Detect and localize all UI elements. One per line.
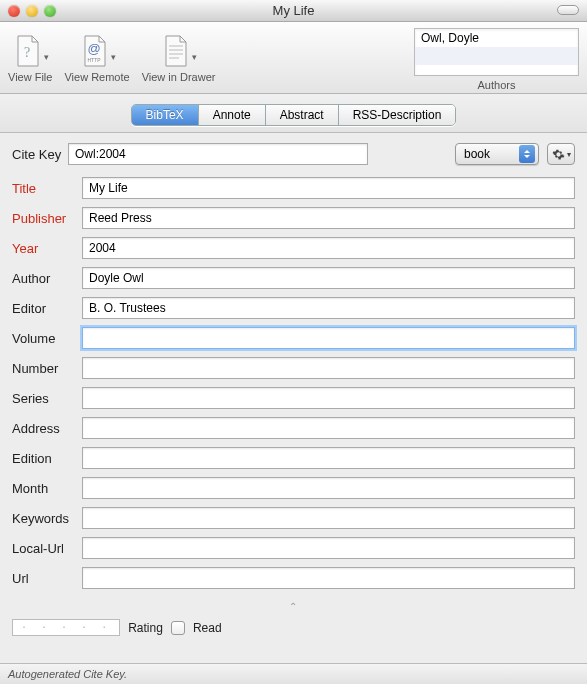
field-label-editor: Editor [12,301,82,316]
toolbar: ? ▾ View File @ HTTP ▾ View Remote [0,22,587,94]
tab-abstract[interactable]: Abstract [266,105,339,125]
field-input-volume[interactable] [82,327,575,349]
view-remote-label: View Remote [64,71,129,83]
field-label-address: Address [12,421,82,436]
field-input-localurl[interactable] [82,537,575,559]
authors-label: Authors [478,79,516,91]
read-checkbox[interactable] [171,621,185,635]
field-input-month[interactable] [82,477,575,499]
field-input-series[interactable] [82,387,575,409]
view-remote-button[interactable]: @ HTTP ▾ View Remote [64,28,129,83]
updown-arrows-icon [519,145,535,163]
field-label-number: Number [12,361,82,376]
field-label-publisher: Publisher [12,211,82,226]
field-input-keywords[interactable] [82,507,575,529]
entry-type-select[interactable]: book [455,143,539,165]
field-label-author: Author [12,271,82,286]
field-label-keywords: Keywords [12,511,82,526]
tab-group: BibTeX Annote Abstract RSS-Description [131,104,457,126]
field-label-volume: Volume [12,331,82,346]
document-lines-icon [160,34,190,68]
field-label-year: Year [12,241,82,256]
rating-control[interactable]: · · · · · [12,619,120,636]
field-label-title: Title [12,181,82,196]
svg-text:HTTP: HTTP [87,57,101,63]
field-label-series: Series [12,391,82,406]
citekey-input[interactable] [68,143,368,165]
svg-text:@: @ [87,41,100,56]
field-input-editor[interactable] [82,297,575,319]
citekey-label: Cite Key [12,147,68,162]
toolbar-toggle-pill[interactable] [557,5,579,15]
view-in-drawer-label: View in Drawer [142,71,216,83]
view-file-label: View File [8,71,52,83]
entry-type-value: book [464,147,490,161]
action-menu-button[interactable]: ▾ [547,143,575,165]
titlebar: My Life [0,0,587,22]
field-input-number[interactable] [82,357,575,379]
field-input-publisher[interactable] [82,207,575,229]
authors-list-row-empty [415,47,578,65]
file-question-icon: ? [12,34,42,68]
field-input-year[interactable] [82,237,575,259]
field-input-edition[interactable] [82,447,575,469]
field-label-edition: Edition [12,451,82,466]
svg-text:?: ? [24,45,30,60]
field-label-localurl: Local-Url [12,541,82,556]
authors-list[interactable]: Owl, Doyle [414,28,579,76]
window-title: My Life [0,3,587,18]
field-label-month: Month [12,481,82,496]
split-gripper[interactable]: ⌃ [0,601,587,615]
status-bar: Autogenerated Cite Key. [0,663,587,684]
view-in-drawer-button[interactable]: ▾ View in Drawer [142,28,216,83]
read-label: Read [193,621,222,635]
field-input-url[interactable] [82,567,575,589]
tab-bibtex[interactable]: BibTeX [132,105,199,125]
citekey-row: Cite Key book ▾ [0,133,587,173]
field-input-author[interactable] [82,267,575,289]
field-label-url: Url [12,571,82,586]
tab-annote[interactable]: Annote [199,105,266,125]
field-input-address[interactable] [82,417,575,439]
gear-icon [552,148,565,161]
tab-rss-description[interactable]: RSS-Description [339,105,456,125]
tab-bar: BibTeX Annote Abstract RSS-Description [0,94,587,133]
authors-panel: Owl, Doyle Authors [414,28,579,91]
field-input-title[interactable] [82,177,575,199]
chevron-down-icon: ▾ [44,52,49,62]
rating-label: Rating [128,621,163,635]
authors-list-row[interactable]: Owl, Doyle [415,29,578,47]
http-at-icon: @ HTTP [79,34,109,68]
chevron-down-icon: ▾ [567,150,571,159]
view-file-button[interactable]: ? ▾ View File [8,28,52,83]
chevron-down-icon: ▾ [111,52,116,62]
bottom-bar: · · · · · Rating Read [0,615,587,640]
chevron-down-icon: ▾ [192,52,197,62]
fields-form: Title Publisher Year Author Editor Volum… [0,173,587,601]
